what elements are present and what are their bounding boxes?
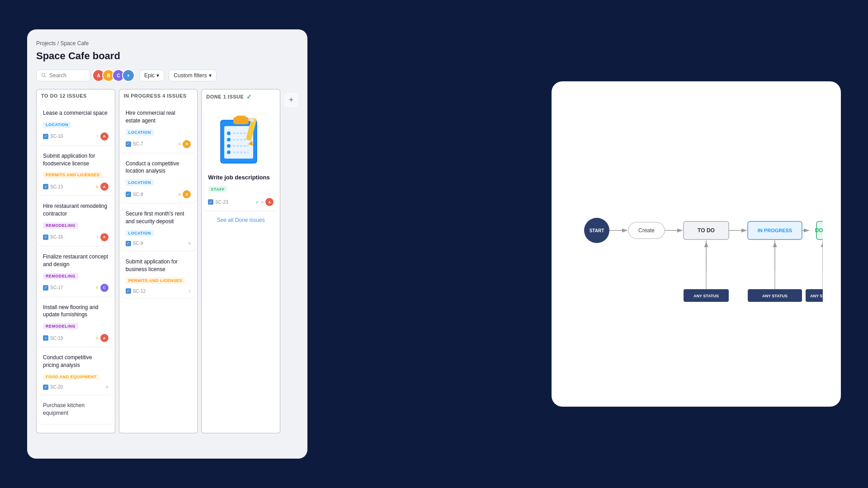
- todo-label: TO DO: [698, 227, 715, 234]
- card-sc17[interactable]: Finalize restaurant concept and design R…: [38, 249, 113, 296]
- done-column-body: Write job descriptions STAFF SC-23 ✓ ≡ A: [201, 104, 280, 433]
- breadcrumb: Projects / Space Cafe: [36, 40, 298, 47]
- kanban-board-panel: Projects / Space Cafe Space Cafe board A…: [27, 29, 307, 459]
- done-check-icon: ✓: [246, 93, 252, 100]
- priority-icon: ≡: [261, 200, 264, 205]
- svg-point-10: [227, 144, 231, 148]
- assignee-avatar: B: [183, 140, 191, 148]
- inprogress-label: IN PROGRESS: [758, 228, 792, 233]
- done-column: DONE 1 ISSUE ✓: [201, 89, 280, 433]
- card-sc8[interactable]: Conduct a competitive location analysis …: [121, 155, 196, 203]
- workflow-diagram: START Create TO DO IN PROGRESS DONE: [552, 81, 841, 407]
- card-sc20[interactable]: Conduct competitive pricing analysis FOO…: [38, 349, 113, 394]
- board-title: Space Cafe board: [36, 50, 298, 62]
- done-column-header: DONE 1 ISSUE ✓: [201, 89, 280, 104]
- start-label: START: [590, 228, 604, 233]
- custom-filters-button[interactable]: Custom filters ▾: [169, 70, 216, 81]
- priority-icon: ≡: [189, 241, 191, 246]
- card-sc9[interactable]: Secure first month's rent and security d…: [121, 206, 196, 251]
- inprogress-column-body: Hire commercial real estate agent LOCATI…: [119, 102, 198, 433]
- inprogress-column-header: IN PROGRESS 4 ISSUES: [119, 89, 198, 102]
- any-status-todo-label: ANY STATUS: [693, 294, 719, 298]
- priority-icon: ≡: [106, 385, 108, 389]
- any-status-inprogress-label: ANY STATUS: [762, 294, 788, 298]
- search-input[interactable]: [49, 72, 85, 79]
- create-label: Create: [638, 227, 655, 234]
- assignee-avatar: C: [100, 284, 108, 292]
- done-check-icon: ✓: [255, 200, 259, 205]
- see-all-done-link[interactable]: See all Done issues: [203, 213, 278, 227]
- clipboard-illustration: [208, 111, 274, 170]
- priority-icon: ↑: [96, 235, 99, 239]
- svg-point-8: [227, 138, 231, 141]
- done-label: DONE: [815, 227, 823, 234]
- priority-icon: ↑: [189, 289, 191, 294]
- assignee-avatar: A: [100, 132, 108, 141]
- search-box[interactable]: [36, 70, 90, 81]
- toolbar: A B C + Epic ▾ Custom filters ▾: [36, 69, 298, 82]
- priority-icon: ≡: [96, 336, 99, 341]
- assignee-avatar: A: [100, 233, 108, 241]
- any-status-done-label: ANY STATUS: [810, 294, 823, 298]
- assignee-avatar: A: [265, 198, 274, 206]
- epic-filter-button[interactable]: Epic ▾: [139, 70, 164, 81]
- card-sc12[interactable]: Submit application for business license …: [121, 253, 196, 299]
- inprogress-column: IN PROGRESS 4 ISSUES Hire commercial rea…: [119, 89, 198, 433]
- card-sc7[interactable]: Hire commercial real estate agent LOCATI…: [121, 105, 196, 153]
- svg-point-12: [227, 150, 231, 154]
- priority-icon: ≡: [96, 285, 99, 290]
- card-sc10[interactable]: Lease a commercial space LOCATION SC-10 …: [38, 105, 113, 145]
- assignee-avatar: A: [100, 183, 108, 191]
- priority-icon: ≡: [179, 192, 181, 197]
- avatar-group: A B C +: [95, 69, 135, 82]
- card-sc16[interactable]: Hire restaurant remodeling contractor RE…: [38, 198, 113, 246]
- card-sc13[interactable]: Submit application for foodservice licen…: [38, 148, 113, 196]
- add-column-button[interactable]: +: [284, 93, 298, 107]
- svg-line-1: [45, 76, 46, 78]
- card-sc19[interactable]: Install new flooring and update furnishi…: [38, 299, 113, 347]
- todo-column-body: Lease a commercial space LOCATION SC-10 …: [36, 102, 115, 433]
- search-icon: [41, 73, 47, 78]
- workflow-panel: START Create TO DO IN PROGRESS DONE: [552, 81, 841, 407]
- svg-point-0: [42, 74, 45, 77]
- priority-icon: ≡: [179, 141, 181, 146]
- avatar[interactable]: +: [122, 69, 135, 82]
- priority-icon: ↑: [96, 134, 99, 139]
- columns-container: TO DO 12 ISSUES Lease a commercial space…: [36, 89, 298, 433]
- svg-rect-4: [236, 116, 246, 121]
- svg-point-6: [227, 131, 231, 135]
- todo-column-header: TO DO 12 ISSUES: [36, 89, 115, 102]
- done-illustration-card: Write job descriptions STAFF SC-23 ✓ ≡ A: [203, 107, 278, 211]
- workflow-svg: START Create TO DO IN PROGRESS DONE: [570, 154, 823, 334]
- todo-column: TO DO 12 ISSUES Lease a commercial space…: [36, 89, 115, 433]
- priority-icon: ≡: [96, 184, 99, 189]
- assignee-avatar: B: [183, 190, 191, 198]
- card-sc21[interactable]: Purchase kitchen equipment: [38, 397, 113, 424]
- assignee-avatar: A: [100, 334, 108, 342]
